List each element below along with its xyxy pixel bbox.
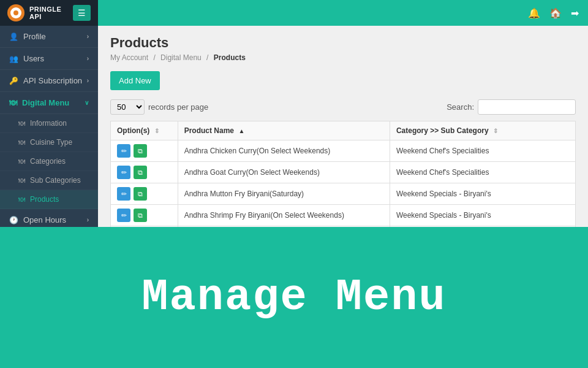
brand-name: PRINGLE API xyxy=(29,6,73,20)
table-controls: 50 25 100 records per page Search: xyxy=(110,99,576,115)
edit-button[interactable]: ✏ xyxy=(117,209,130,222)
profile-icon: 👤 xyxy=(9,33,18,41)
edit-button[interactable]: ✏ xyxy=(117,166,130,179)
chevron-down-icon: ∨ xyxy=(85,99,89,106)
category-cell: Weekend Chef's Specialities xyxy=(390,162,575,183)
sidebar-item-label: Cuisine Type xyxy=(30,138,72,147)
sub-menu-icon: 🍽 xyxy=(18,177,25,184)
sidebar-item-label: Digital Menu xyxy=(22,98,69,107)
row-actions: ✏ ⧉ xyxy=(111,183,178,205)
sidebar-item-label: Categories xyxy=(30,157,66,166)
sidebar-item-categories[interactable]: 🍽 Categories xyxy=(0,152,98,171)
products-table: Option(s) ⇕ Product Name ▲ Category >> S… xyxy=(110,121,576,227)
chevron-right-icon: › xyxy=(87,33,89,40)
main-content: 🔔 🏠 ➡ Products My Account / Digital Menu… xyxy=(98,0,588,227)
col-label: Option(s) xyxy=(117,126,149,135)
product-name-cell: Andhra Mutton Fry Biryani(Saturday) xyxy=(178,183,390,205)
search-label: Search: xyxy=(447,102,474,112)
product-name-cell: Andhra Chicken Curry(On Select Weekends) xyxy=(178,140,390,162)
copy-button[interactable]: ⧉ xyxy=(134,187,147,201)
table-row: ✏ ⧉ Andhra Chicken Curry(On Select Weeke… xyxy=(111,140,576,162)
hamburger-button[interactable]: ☰ xyxy=(73,5,91,21)
sidebar-item-label: Open Hours xyxy=(23,215,66,224)
sidebar-item-information[interactable]: 🍽 Information xyxy=(0,114,98,133)
logo-icon xyxy=(7,4,24,21)
page-title: Products xyxy=(110,35,576,51)
sort-icon: ⇕ xyxy=(154,128,159,134)
row-actions: ✏ ⧉ xyxy=(111,140,178,162)
banner-text: Manage Menu xyxy=(141,272,446,323)
sub-menu-icon: 🍽 xyxy=(18,158,25,165)
breadcrumb-current: Products xyxy=(214,53,246,62)
search-input[interactable] xyxy=(478,99,576,115)
breadcrumb-sep: / xyxy=(153,53,155,62)
bottom-banner: Manage Menu xyxy=(0,227,588,368)
logout-icon[interactable]: ➡ xyxy=(571,7,579,19)
sidebar-item-label: API Subscription xyxy=(23,76,82,85)
users-icon: 👥 xyxy=(9,55,18,63)
sidebar: PRINGLE API ☰ 👤 Profile › 👥 Users › 🔑 AP… xyxy=(0,0,98,227)
sidebar-item-profile[interactable]: 👤 Profile › xyxy=(0,26,98,48)
bell-icon[interactable]: 🔔 xyxy=(528,7,540,19)
search-control: Search: xyxy=(447,99,576,115)
sidebar-item-label: Information xyxy=(30,119,67,128)
col-category[interactable]: Category >> Sub Category ⇕ xyxy=(390,121,575,140)
sidebar-item-sub-categories[interactable]: 🍽 Sub Categories xyxy=(0,171,98,190)
sidebar-item-cuisine-type[interactable]: 🍽 Cuisine Type xyxy=(0,133,98,152)
table-row: ✏ ⧉ Andhra Goat Curry(On Select Weekends… xyxy=(111,162,576,183)
sidebar-item-users[interactable]: 👥 Users › xyxy=(0,48,98,70)
records-label: records per page xyxy=(148,102,208,112)
sort-icon-active: ▲ xyxy=(238,128,244,134)
sidebar-item-label: Products xyxy=(30,195,59,204)
sidebar-item-label: Users xyxy=(23,54,44,63)
row-actions: ✏ ⧉ xyxy=(111,162,178,183)
product-name-cell: Andhra Shrimp Fry Biryani(On Select Week… xyxy=(178,205,390,226)
clock-icon: 🕐 xyxy=(9,216,18,224)
col-options[interactable]: Option(s) ⇕ xyxy=(111,121,178,140)
sidebar-nav: 👤 Profile › 👥 Users › 🔑 API Subscription… xyxy=(0,26,98,227)
col-label: Category >> Sub Category xyxy=(396,126,489,135)
category-cell: Weekend Specials - Biryani's xyxy=(390,183,575,205)
breadcrumb-my-account[interactable]: My Account xyxy=(110,53,148,62)
breadcrumb-digital-menu[interactable]: Digital Menu xyxy=(160,53,202,62)
chevron-right-icon: › xyxy=(87,55,89,62)
api-icon: 🔑 xyxy=(9,77,18,85)
table-row: ✏ ⧉ Andhra Mutton Fry Biryani(Saturday) … xyxy=(111,183,576,205)
copy-button[interactable]: ⧉ xyxy=(134,166,147,179)
sidebar-item-label: Profile xyxy=(23,32,46,41)
topbar: 🔔 🏠 ➡ xyxy=(98,0,588,26)
add-new-button[interactable]: Add New xyxy=(110,71,160,90)
col-product-name[interactable]: Product Name ▲ xyxy=(178,121,390,140)
sidebar-item-open-hours[interactable]: 🕐 Open Hours › xyxy=(0,209,98,227)
sub-menu-icon: 🍽 xyxy=(18,196,25,203)
category-cell: Weekend Specials - Biryani's xyxy=(390,205,575,226)
edit-button[interactable]: ✏ xyxy=(117,187,130,201)
copy-button[interactable]: ⧉ xyxy=(134,209,147,222)
sidebar-item-digital-menu[interactable]: 🍽 Digital Menu ∨ xyxy=(0,92,98,114)
sidebar-item-api-subscription[interactable]: 🔑 API Subscription › xyxy=(0,70,98,92)
sub-menu-icon: 🍽 xyxy=(18,139,25,146)
digital-menu-icon: 🍽 xyxy=(9,98,17,107)
sort-icon: ⇕ xyxy=(493,128,498,134)
chevron-right-icon: › xyxy=(87,217,89,223)
breadcrumb-sep: / xyxy=(206,53,208,62)
sidebar-item-label: Sub Categories xyxy=(30,176,81,185)
category-cell: Weekend Chef's Specialities xyxy=(390,140,575,162)
col-label: Product Name xyxy=(184,126,234,135)
row-actions: ✏ ⧉ xyxy=(111,205,178,226)
sidebar-header: PRINGLE API ☰ xyxy=(0,0,98,26)
table-row: ✏ ⧉ Andhra Shrimp Fry Biryani(On Select … xyxy=(111,205,576,226)
chevron-right-icon: › xyxy=(87,77,89,84)
records-control: 50 25 100 records per page xyxy=(110,99,208,115)
sidebar-item-products[interactable]: 🍽 Products xyxy=(0,190,98,209)
edit-button[interactable]: ✏ xyxy=(117,144,130,158)
copy-button[interactable]: ⧉ xyxy=(134,144,147,158)
records-per-page-select[interactable]: 50 25 100 xyxy=(110,99,145,115)
breadcrumb: My Account / Digital Menu / Products xyxy=(110,53,576,62)
home-icon[interactable]: 🏠 xyxy=(549,7,562,19)
sub-menu-icon: 🍽 xyxy=(18,120,25,127)
content-area: Products My Account / Digital Menu / Pro… xyxy=(98,26,588,227)
product-name-cell: Andhra Goat Curry(On Select Weekends) xyxy=(178,162,390,183)
